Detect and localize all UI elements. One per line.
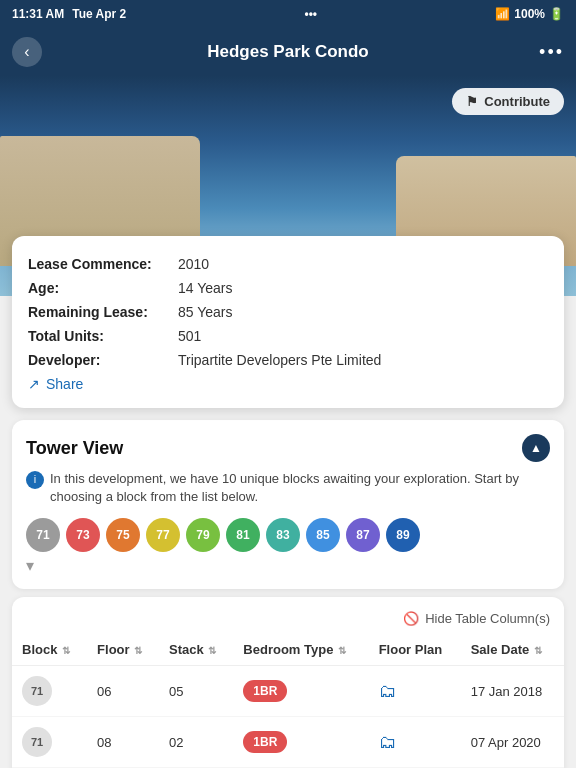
block-pills: 71737577798183858789 [26, 518, 550, 552]
block-pill[interactable]: 73 [66, 518, 100, 552]
status-time: 11:31 AM [12, 7, 64, 21]
cell-stack: 02 [159, 717, 233, 768]
floor-plan-icon: 🗂 [379, 681, 397, 701]
table-column-header[interactable]: Block ⇅ [12, 634, 87, 666]
info-label: Age: [28, 280, 178, 296]
block-pill[interactable]: 83 [266, 518, 300, 552]
app-header: ‹ Hedges Park Condo ••• [0, 28, 576, 76]
collapse-button[interactable]: ▲ [522, 434, 550, 462]
block-pill[interactable]: 79 [186, 518, 220, 552]
info-label: Remaining Lease: [28, 304, 178, 320]
data-table-container: Block ⇅Floor ⇅Stack ⇅Bedroom Type ⇅Floor… [12, 634, 564, 768]
status-icons: 📶 100% 🔋 [495, 7, 564, 21]
scroll-indicator: ▾ [26, 556, 550, 575]
bedroom-badge: 1BR [243, 680, 287, 702]
more-options-icon[interactable]: ••• [539, 42, 564, 63]
info-card: Lease Commence:2010Age:14 YearsRemaining… [12, 236, 564, 408]
table-body: 7106051BR🗂17 Jan 20187108021BR🗂07 Apr 20… [12, 666, 564, 768]
status-dots: ••• [304, 7, 317, 21]
share-label: Share [46, 376, 83, 392]
bedroom-badge: 1BR [243, 731, 287, 753]
table-column-header: Floor Plan [369, 634, 461, 666]
tower-view-title: Tower View [26, 438, 123, 459]
info-value: Tripartite Developers Pte Limited [178, 352, 381, 368]
table-header: Block ⇅Floor ⇅Stack ⇅Bedroom Type ⇅Floor… [12, 634, 564, 666]
info-row: Remaining Lease:85 Years [28, 300, 548, 324]
contribute-button[interactable]: ⚑ Contribute [452, 88, 564, 115]
info-value: 14 Years [178, 280, 233, 296]
info-label: Developer: [28, 352, 178, 368]
cell-block: 71 [12, 666, 87, 717]
table-column-header[interactable]: Stack ⇅ [159, 634, 233, 666]
info-row: Developer:Tripartite Developers Pte Limi… [28, 348, 548, 372]
table-row[interactable]: 7106051BR🗂17 Jan 2018 [12, 666, 564, 717]
share-button[interactable]: ↗ Share [28, 376, 83, 392]
cell-floor: 06 [87, 666, 159, 717]
block-pill[interactable]: 81 [226, 518, 260, 552]
block-pill[interactable]: 77 [146, 518, 180, 552]
cell-floor-plan[interactable]: 🗂 [369, 717, 461, 768]
info-row: Total Units:501 [28, 324, 548, 348]
info-label: Total Units: [28, 328, 178, 344]
contribute-label: Contribute [484, 94, 550, 109]
table-column-header[interactable]: Floor ⇅ [87, 634, 159, 666]
status-date: Tue Apr 2 [72, 7, 126, 21]
info-label: Lease Commence: [28, 256, 178, 272]
block-pill[interactable]: 87 [346, 518, 380, 552]
tower-info-text: i In this development, we have 10 unique… [26, 470, 550, 506]
battery-icon: 🔋 [549, 7, 564, 21]
cell-sale-date: 07 Apr 2020 [461, 717, 564, 768]
info-value: 85 Years [178, 304, 233, 320]
table-column-header[interactable]: Bedroom Type ⇅ [233, 634, 368, 666]
cell-bedroom-type: 1BR [233, 717, 368, 768]
page-title: Hedges Park Condo [207, 42, 369, 62]
hide-columns-button[interactable]: 🚫 Hide Table Column(s) [12, 607, 564, 634]
back-button[interactable]: ‹ [12, 37, 42, 67]
sort-icon: ⇅ [206, 645, 217, 656]
block-pill[interactable]: 71 [26, 518, 60, 552]
info-value: 501 [178, 328, 201, 344]
sort-icon: ⇅ [531, 645, 542, 656]
cell-sale-date: 17 Jan 2018 [461, 666, 564, 717]
block-pill[interactable]: 85 [306, 518, 340, 552]
info-row: Age:14 Years [28, 276, 548, 300]
cell-floor: 08 [87, 717, 159, 768]
block-circle: 71 [22, 676, 52, 706]
cell-block: 71 [12, 717, 87, 768]
table-column-header[interactable]: Sale Date ⇅ [461, 634, 564, 666]
hide-columns-label: Hide Table Column(s) [425, 611, 550, 626]
battery-label: 100% [514, 7, 545, 21]
info-row: Lease Commence:2010 [28, 252, 548, 276]
tower-view-section: Tower View ▲ i In this development, we h… [12, 420, 564, 589]
floor-plan-icon: 🗂 [379, 732, 397, 752]
sort-icon: ⇅ [59, 645, 70, 656]
table-row[interactable]: 7108021BR🗂07 Apr 2020 [12, 717, 564, 768]
info-icon: i [26, 471, 44, 489]
hide-columns-icon: 🚫 [403, 611, 419, 626]
block-circle: 71 [22, 727, 52, 757]
cell-bedroom-type: 1BR [233, 666, 368, 717]
data-table: Block ⇅Floor ⇅Stack ⇅Bedroom Type ⇅Floor… [12, 634, 564, 768]
flag-icon: ⚑ [466, 94, 478, 109]
block-pill[interactable]: 75 [106, 518, 140, 552]
cell-floor-plan[interactable]: 🗂 [369, 666, 461, 717]
wifi-icon: 📶 [495, 7, 510, 21]
share-icon: ↗ [28, 376, 40, 392]
block-pill[interactable]: 89 [386, 518, 420, 552]
table-section: 🚫 Hide Table Column(s) Block ⇅Floor ⇅Sta… [12, 597, 564, 768]
sort-icon: ⇅ [132, 645, 143, 656]
sort-icon: ⇅ [335, 645, 346, 656]
info-value: 2010 [178, 256, 209, 272]
tower-info-description: In this development, we have 10 unique b… [50, 470, 550, 506]
status-bar: 11:31 AM Tue Apr 2 ••• 📶 100% 🔋 [0, 0, 576, 28]
cell-stack: 05 [159, 666, 233, 717]
